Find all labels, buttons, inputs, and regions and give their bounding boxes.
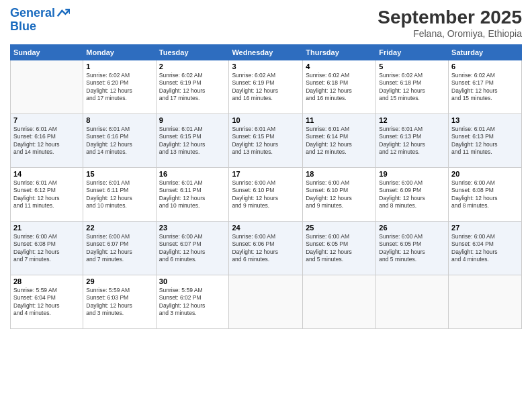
- calendar-cell: 8Sunrise: 6:01 AM Sunset: 6:16 PM Daylig…: [83, 114, 156, 168]
- day-number: 23: [159, 224, 226, 232]
- day-number: 11: [306, 116, 373, 124]
- day-info: Sunrise: 6:00 AM Sunset: 6:09 PM Dayligh…: [379, 179, 445, 210]
- day-number: 4: [306, 62, 373, 71]
- day-number: 20: [451, 170, 519, 178]
- calendar-cell: 23Sunrise: 6:00 AM Sunset: 6:07 PM Dayli…: [156, 222, 229, 275]
- calendar-cell: [449, 275, 522, 329]
- day-info: Sunrise: 6:01 AM Sunset: 6:11 PM Dayligh…: [159, 179, 226, 210]
- logo-text: General: [10, 7, 55, 20]
- calendar-cell: 6Sunrise: 6:02 AM Sunset: 6:17 PM Daylig…: [449, 60, 522, 114]
- day-number: 24: [232, 224, 300, 232]
- day-number: 12: [379, 116, 445, 124]
- day-number: 22: [86, 224, 152, 232]
- day-number: 1: [86, 62, 152, 71]
- day-number: 5: [379, 62, 445, 71]
- calendar-cell: 20Sunrise: 6:00 AM Sunset: 6:08 PM Dayli…: [449, 168, 522, 222]
- day-info: Sunrise: 6:00 AM Sunset: 6:07 PM Dayligh…: [159, 233, 226, 264]
- day-number: 27: [451, 224, 519, 232]
- calendar-cell: [376, 275, 449, 329]
- day-info: Sunrise: 6:00 AM Sunset: 6:08 PM Dayligh…: [451, 179, 519, 210]
- day-header: Wednesday: [229, 45, 303, 60]
- day-info: Sunrise: 6:02 AM Sunset: 6:18 PM Dayligh…: [306, 72, 373, 103]
- calendar-cell: [303, 275, 376, 329]
- calendar-cell: 26Sunrise: 6:00 AM Sunset: 6:05 PM Dayli…: [376, 222, 449, 275]
- day-info: Sunrise: 6:01 AM Sunset: 6:15 PM Dayligh…: [159, 126, 226, 156]
- calendar-cell: 21Sunrise: 6:00 AM Sunset: 6:08 PM Dayli…: [11, 222, 83, 275]
- day-info: Sunrise: 5:59 AM Sunset: 6:02 PM Dayligh…: [159, 287, 226, 318]
- day-info: Sunrise: 6:01 AM Sunset: 6:12 PM Dayligh…: [13, 179, 80, 210]
- calendar-cell: 7Sunrise: 6:01 AM Sunset: 6:16 PM Daylig…: [11, 114, 83, 168]
- day-info: Sunrise: 6:02 AM Sunset: 6:17 PM Dayligh…: [451, 72, 519, 103]
- calendar-cell: 17Sunrise: 6:00 AM Sunset: 6:10 PM Dayli…: [229, 168, 303, 222]
- calendar-cell: 29Sunrise: 5:59 AM Sunset: 6:03 PM Dayli…: [83, 275, 156, 329]
- day-info: Sunrise: 5:59 AM Sunset: 6:03 PM Dayligh…: [86, 287, 152, 318]
- day-info: Sunrise: 6:00 AM Sunset: 6:07 PM Dayligh…: [86, 233, 152, 264]
- day-number: 3: [232, 62, 300, 71]
- calendar-cell: 2Sunrise: 6:02 AM Sunset: 6:19 PM Daylig…: [156, 60, 229, 114]
- day-info: Sunrise: 6:01 AM Sunset: 6:13 PM Dayligh…: [451, 126, 519, 156]
- day-header: Thursday: [303, 45, 376, 60]
- day-number: 30: [159, 277, 226, 285]
- calendar-cell: 11Sunrise: 6:01 AM Sunset: 6:14 PM Dayli…: [303, 114, 376, 168]
- day-number: 7: [13, 116, 80, 124]
- day-number: 8: [86, 116, 152, 124]
- day-number: 29: [86, 277, 152, 285]
- calendar-cell: 13Sunrise: 6:01 AM Sunset: 6:13 PM Dayli…: [449, 114, 522, 168]
- day-info: Sunrise: 6:01 AM Sunset: 6:16 PM Dayligh…: [13, 126, 80, 156]
- calendar-cell: [11, 60, 83, 114]
- day-info: Sunrise: 6:00 AM Sunset: 6:08 PM Dayligh…: [13, 233, 80, 264]
- day-number: 10: [232, 116, 300, 124]
- day-number: 9: [159, 116, 226, 124]
- location: Felana, Oromiya, Ethiopia: [378, 28, 522, 39]
- day-info: Sunrise: 6:00 AM Sunset: 6:06 PM Dayligh…: [232, 233, 300, 264]
- calendar-cell: 10Sunrise: 6:01 AM Sunset: 6:15 PM Dayli…: [229, 114, 303, 168]
- logo: General Blue: [10, 7, 70, 34]
- day-info: Sunrise: 6:02 AM Sunset: 6:19 PM Dayligh…: [232, 72, 300, 103]
- day-number: 18: [306, 170, 373, 178]
- calendar-cell: 16Sunrise: 6:01 AM Sunset: 6:11 PM Dayli…: [156, 168, 229, 222]
- calendar-cell: 14Sunrise: 6:01 AM Sunset: 6:12 PM Dayli…: [11, 168, 83, 222]
- day-header: Monday: [83, 45, 156, 60]
- day-info: Sunrise: 6:01 AM Sunset: 6:15 PM Dayligh…: [232, 126, 300, 156]
- day-header: Friday: [376, 45, 449, 60]
- day-info: Sunrise: 5:59 AM Sunset: 6:04 PM Dayligh…: [13, 287, 80, 318]
- calendar-cell: 4Sunrise: 6:02 AM Sunset: 6:18 PM Daylig…: [303, 60, 376, 114]
- calendar-cell: 19Sunrise: 6:00 AM Sunset: 6:09 PM Dayli…: [376, 168, 449, 222]
- calendar-cell: [229, 275, 303, 329]
- day-info: Sunrise: 6:01 AM Sunset: 6:13 PM Dayligh…: [379, 126, 445, 156]
- day-header: Tuesday: [156, 45, 229, 60]
- day-info: Sunrise: 6:02 AM Sunset: 6:19 PM Dayligh…: [159, 72, 226, 103]
- day-number: 14: [13, 170, 80, 178]
- calendar-cell: 27Sunrise: 6:00 AM Sunset: 6:04 PM Dayli…: [449, 222, 522, 275]
- day-number: 13: [451, 116, 519, 124]
- calendar-cell: 18Sunrise: 6:00 AM Sunset: 6:10 PM Dayli…: [303, 168, 376, 222]
- logo-icon: [56, 7, 70, 20]
- day-info: Sunrise: 6:01 AM Sunset: 6:11 PM Dayligh…: [86, 179, 152, 210]
- calendar-cell: 15Sunrise: 6:01 AM Sunset: 6:11 PM Dayli…: [83, 168, 156, 222]
- calendar: SundayMondayTuesdayWednesdayThursdayFrid…: [10, 44, 522, 329]
- day-info: Sunrise: 6:00 AM Sunset: 6:05 PM Dayligh…: [306, 233, 373, 264]
- calendar-cell: 24Sunrise: 6:00 AM Sunset: 6:06 PM Dayli…: [229, 222, 303, 275]
- day-number: 15: [86, 170, 152, 178]
- calendar-cell: 5Sunrise: 6:02 AM Sunset: 6:18 PM Daylig…: [376, 60, 449, 114]
- day-number: 25: [306, 224, 373, 232]
- day-number: 2: [159, 62, 226, 71]
- calendar-cell: 9Sunrise: 6:01 AM Sunset: 6:15 PM Daylig…: [156, 114, 229, 168]
- calendar-cell: 22Sunrise: 6:00 AM Sunset: 6:07 PM Dayli…: [83, 222, 156, 275]
- day-info: Sunrise: 6:00 AM Sunset: 6:05 PM Dayligh…: [379, 233, 445, 264]
- logo-text-blue: Blue: [10, 20, 70, 34]
- title-section: September 2025 Felana, Oromiya, Ethiopia: [378, 7, 522, 39]
- day-info: Sunrise: 6:02 AM Sunset: 6:18 PM Dayligh…: [379, 72, 445, 103]
- day-number: 21: [13, 224, 80, 232]
- month-title: September 2025: [378, 7, 522, 28]
- day-info: Sunrise: 6:01 AM Sunset: 6:14 PM Dayligh…: [306, 126, 373, 156]
- day-number: 26: [379, 224, 445, 232]
- day-info: Sunrise: 6:00 AM Sunset: 6:10 PM Dayligh…: [306, 179, 373, 210]
- day-info: Sunrise: 6:02 AM Sunset: 6:20 PM Dayligh…: [86, 72, 152, 103]
- day-number: 17: [232, 170, 300, 178]
- day-info: Sunrise: 6:01 AM Sunset: 6:16 PM Dayligh…: [86, 126, 152, 156]
- day-number: 16: [159, 170, 226, 178]
- calendar-cell: 28Sunrise: 5:59 AM Sunset: 6:04 PM Dayli…: [11, 275, 83, 329]
- calendar-cell: 30Sunrise: 5:59 AM Sunset: 6:02 PM Dayli…: [156, 275, 229, 329]
- day-info: Sunrise: 6:00 AM Sunset: 6:04 PM Dayligh…: [451, 233, 519, 264]
